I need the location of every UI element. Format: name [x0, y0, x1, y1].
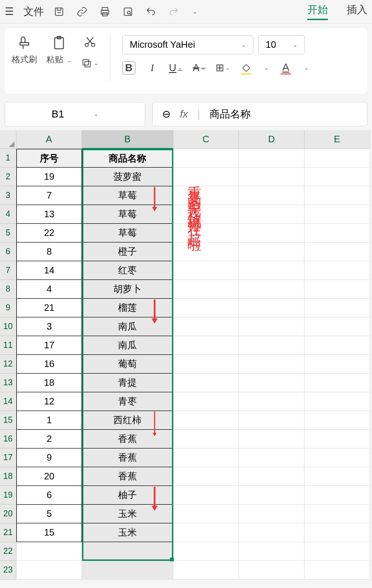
cell[interactable]: 南瓜 [82, 317, 173, 336]
cell[interactable] [239, 374, 305, 392]
row-header[interactable]: 8 [0, 280, 16, 299]
cell[interactable]: 7 [16, 186, 82, 205]
cell[interactable] [239, 355, 305, 374]
cell[interactable] [173, 299, 239, 317]
cell[interactable] [239, 317, 305, 336]
row-header[interactable]: 18 [0, 467, 16, 486]
cell[interactable] [239, 392, 305, 411]
hamburger-icon[interactable]: ☰ [5, 6, 14, 18]
cell[interactable] [239, 224, 305, 243]
row-header[interactable]: 6 [0, 243, 16, 261]
cell[interactable]: 16 [16, 355, 82, 374]
cell[interactable]: 草莓 [82, 186, 173, 205]
paste-button[interactable]: 粘贴 ⌄ [46, 35, 72, 65]
cell[interactable]: 西红柿 [82, 411, 173, 430]
cell[interactable] [305, 205, 370, 224]
format-painter-button[interactable]: 格式刷 [12, 35, 37, 65]
cell[interactable] [305, 243, 370, 261]
cell[interactable]: 序号 [16, 149, 82, 168]
undo-icon[interactable] [145, 6, 156, 17]
print-icon[interactable] [99, 6, 111, 17]
cell[interactable] [305, 561, 370, 580]
cell[interactable]: 胡萝卜 [82, 280, 173, 299]
cell[interactable] [305, 542, 370, 561]
cell[interactable]: 香蕉 [82, 430, 173, 448]
row-header[interactable]: 13 [0, 374, 16, 392]
cell[interactable]: 葡萄 [82, 355, 173, 374]
cell[interactable] [173, 224, 239, 243]
cell[interactable]: 榴莲 [82, 299, 173, 317]
cell[interactable] [173, 430, 239, 448]
cell[interactable] [173, 149, 239, 168]
select-all-corner[interactable] [0, 130, 16, 149]
font-color-dropdown[interactable]: ⌄ [304, 65, 309, 71]
cell[interactable] [16, 542, 82, 561]
cell[interactable] [173, 336, 239, 355]
row-header[interactable]: 9 [0, 299, 16, 317]
row-header[interactable]: 20 [0, 505, 16, 523]
italic-button[interactable]: I [146, 61, 159, 74]
cell[interactable]: 菠萝蜜 [82, 168, 173, 186]
cell[interactable] [305, 430, 370, 448]
cell[interactable] [173, 505, 239, 523]
cell[interactable]: 香蕉 [82, 467, 173, 486]
cell[interactable]: 4 [16, 280, 82, 299]
row-header[interactable]: 5 [0, 224, 16, 243]
cell[interactable]: 2 [16, 430, 82, 448]
cell[interactable] [305, 374, 370, 392]
cell[interactable]: 3 [16, 317, 82, 336]
copy-button[interactable]: ⌄ [81, 58, 98, 69]
cell[interactable] [173, 542, 239, 561]
cell[interactable] [239, 168, 305, 186]
cell[interactable] [305, 448, 370, 467]
row-header[interactable]: 10 [0, 317, 16, 336]
cut-icon[interactable] [83, 35, 97, 48]
cell[interactable] [173, 374, 239, 392]
underline-button[interactable]: U⌄ [169, 61, 182, 74]
cell[interactable]: 5 [16, 505, 82, 523]
cell[interactable]: 12 [16, 392, 82, 411]
row-header[interactable]: 2 [0, 168, 16, 186]
font-color-button[interactable]: A [279, 61, 292, 74]
cell[interactable]: 柚子 [82, 486, 173, 505]
row-header[interactable]: 15 [0, 411, 16, 430]
font-name-select[interactable]: Microsoft YaHei ⌄ [122, 35, 253, 54]
cell[interactable] [173, 261, 239, 280]
cell[interactable] [305, 224, 370, 243]
cell[interactable] [239, 505, 305, 523]
row-header[interactable]: 19 [0, 486, 16, 505]
cell[interactable] [305, 392, 370, 411]
cell[interactable] [173, 243, 239, 261]
cell[interactable]: 1 [16, 411, 82, 430]
cell[interactable]: 青枣 [82, 392, 173, 411]
cell[interactable] [305, 523, 370, 542]
cell[interactable] [173, 317, 239, 336]
cell[interactable] [173, 561, 239, 580]
cell[interactable]: 18 [16, 374, 82, 392]
formula-bar[interactable]: ⊖ fx | 商品名称 [152, 102, 367, 126]
cell[interactable] [239, 261, 305, 280]
cell[interactable]: 青提 [82, 374, 173, 392]
cell[interactable] [239, 448, 305, 467]
cell[interactable] [305, 355, 370, 374]
row-header[interactable]: 11 [0, 336, 16, 355]
fx-icon[interactable]: fx [180, 108, 188, 120]
cell[interactable] [173, 186, 239, 205]
row-header[interactable]: 1 [0, 149, 16, 168]
link-icon[interactable] [76, 6, 88, 17]
fill-color-dropdown[interactable]: ⌄ [264, 65, 269, 71]
cell[interactable] [305, 411, 370, 430]
cell[interactable] [239, 336, 305, 355]
row-header[interactable]: 22 [0, 542, 16, 561]
row-header[interactable]: 3 [0, 186, 16, 205]
file-menu[interactable]: 文件 [23, 5, 44, 19]
cell[interactable] [239, 467, 305, 486]
cell[interactable]: 19 [16, 168, 82, 186]
cell[interactable] [305, 317, 370, 336]
col-header-B[interactable]: B [82, 130, 173, 149]
col-header-D[interactable]: D [239, 130, 305, 149]
cell[interactable]: 6 [16, 486, 82, 505]
cell[interactable] [305, 168, 370, 186]
cell[interactable]: 8 [16, 243, 82, 261]
row-header[interactable]: 21 [0, 523, 16, 542]
